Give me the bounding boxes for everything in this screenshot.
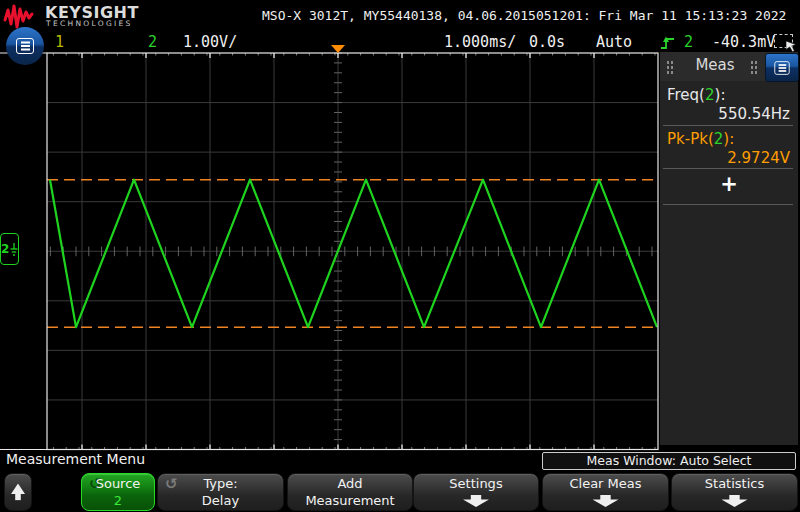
- acquisition-mode[interactable]: Auto: [596, 33, 632, 51]
- down-arrow-icon: [463, 495, 489, 507]
- softkey-add-measurement[interactable]: Add Measurement: [287, 473, 413, 511]
- softkey-clear-meas[interactable]: Clear Meas: [542, 473, 669, 511]
- measurement-panel-header[interactable]: Meas: [660, 52, 798, 81]
- softkey-type[interactable]: ↺ Type: Delay: [157, 473, 284, 511]
- channel2-ground-marker[interactable]: 2: [0, 233, 19, 265]
- channel2-scale[interactable]: 1.00V/: [183, 33, 237, 51]
- channel1-label[interactable]: 1: [55, 33, 64, 51]
- divider: [663, 204, 793, 205]
- meas-window-selector[interactable]: Meas Window: Auto Select: [542, 452, 796, 470]
- back-softkey[interactable]: [4, 473, 32, 511]
- softkey-menu-title: Measurement Menu: [6, 451, 145, 467]
- horizontal-delay[interactable]: 0.0s: [529, 33, 565, 51]
- pkpk-measurement-label[interactable]: Pk-Pk(2):: [667, 130, 734, 148]
- panel-title: Meas: [660, 56, 770, 74]
- timebase-scale[interactable]: 1.000ms/: [444, 33, 516, 51]
- brand-sub: TECHNOLOGIES: [46, 19, 133, 28]
- channel2-label[interactable]: 2: [148, 33, 157, 51]
- menu-icon: [774, 61, 789, 75]
- freq-measurement-label[interactable]: Freq(2):: [667, 86, 725, 104]
- down-arrow-icon: [722, 495, 748, 507]
- trigger-edge-icon[interactable]: [660, 34, 676, 51]
- up-arrow-icon: [11, 484, 25, 501]
- trigger-level[interactable]: -40.3mV: [712, 33, 775, 51]
- divider: [663, 168, 793, 169]
- trigger-source[interactable]: 2: [684, 33, 693, 51]
- softkey-statistics[interactable]: Statistics: [671, 473, 798, 511]
- freq-measurement-value: 550.54Hz: [718, 105, 790, 123]
- add-measurement-button[interactable]: +: [660, 172, 798, 196]
- softkey-source[interactable]: ↺ Source 2: [81, 473, 155, 511]
- ground-icon: [10, 242, 18, 257]
- panel-menu-button[interactable]: [765, 53, 799, 82]
- instrument-title: MSO-X 3012T, MY55440138, 04.06.201505120…: [262, 8, 786, 23]
- pkpk-measurement-value: 2.9724V: [727, 149, 790, 167]
- main-menu-button[interactable]: [6, 27, 44, 65]
- channel2-marker-label: 2: [1, 242, 9, 256]
- oscilloscope-screen: KEYSIGHT TECHNOLOGIES MSO-X 3012T, MY554…: [0, 0, 800, 512]
- keysight-spark-icon: [3, 2, 43, 30]
- down-arrow-icon: [593, 495, 619, 507]
- measurement-panel: Meas Freq(2): 550.54Hz Pk-Pk(2): 2.9724V…: [660, 52, 798, 445]
- divider: [663, 125, 793, 126]
- trigger-position-marker: [331, 45, 345, 53]
- menu-icon: [16, 38, 34, 54]
- softkey-settings[interactable]: Settings: [413, 473, 539, 511]
